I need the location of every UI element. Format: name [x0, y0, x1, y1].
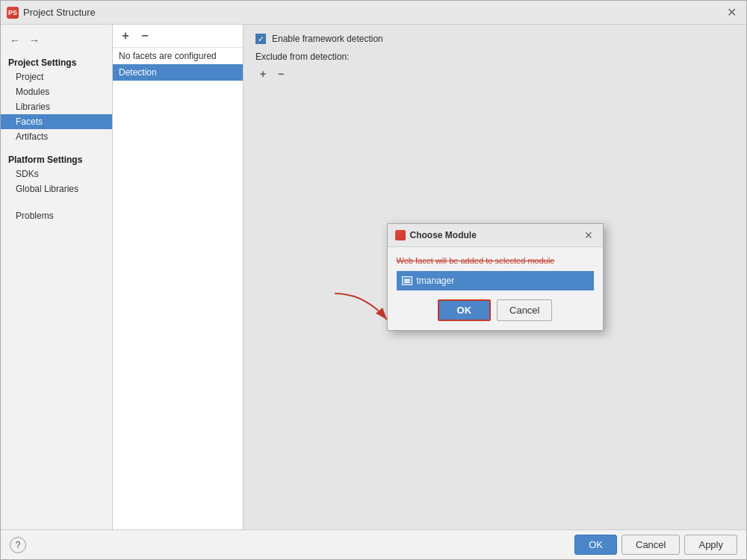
modal-container: Choose Module ✕ Web facet will be added …: [387, 223, 604, 331]
list-toolbar: + −: [113, 25, 243, 48]
title-bar-left: PS Project Structure: [7, 7, 96, 19]
list-panel: + − No facets are configured Detection: [113, 25, 244, 529]
platform-settings-header: Platform Settings: [1, 150, 112, 167]
sidebar-item-global-libraries[interactable]: Global Libraries: [1, 181, 112, 196]
modal-title-left: Choose Module: [395, 230, 477, 240]
apply-button[interactable]: Apply: [684, 535, 737, 555]
content-area: ← → Project Settings Project Modules Lib…: [1, 25, 746, 529]
window-title: Project Structure: [23, 7, 96, 18]
close-button[interactable]: ✕: [722, 4, 740, 22]
module-name-text: tmanager: [417, 276, 455, 286]
bottom-right-buttons: OK Cancel Apply: [574, 535, 737, 555]
sidebar-item-libraries[interactable]: Libraries: [1, 99, 112, 114]
modal-subtitle: Web facet will be added to selected modu…: [397, 256, 594, 265]
sidebar-item-project[interactable]: Project: [1, 69, 112, 84]
module-input-field[interactable]: tmanager: [397, 271, 594, 290]
main-panel: + − No facets are configured Detection ✓…: [113, 25, 746, 529]
sidebar-nav: ← →: [1, 31, 112, 53]
no-facets-item: No facets are configured: [113, 48, 243, 64]
modal-ok-button[interactable]: OK: [438, 299, 492, 321]
module-icon: [402, 276, 412, 285]
modal-title-bar: Choose Module ✕: [388, 224, 603, 247]
modal-cancel-button[interactable]: Cancel: [497, 299, 552, 321]
modal-app-icon: [395, 230, 406, 240]
bottom-bar: ? OK Cancel Apply: [1, 529, 746, 559]
sidebar-item-sdks[interactable]: SDKs: [1, 167, 112, 181]
choose-module-dialog: Choose Module ✕ Web facet will be added …: [387, 223, 604, 331]
sidebar: ← → Project Settings Project Modules Lib…: [1, 25, 113, 529]
back-button[interactable]: ←: [7, 32, 23, 49]
app-icon: PS: [7, 7, 19, 19]
module-icon-line1: [404, 279, 410, 281]
remove-facet-button[interactable]: −: [137, 28, 153, 44]
sidebar-item-modules[interactable]: Modules: [1, 84, 112, 99]
sidebar-item-facets[interactable]: Facets: [1, 114, 112, 129]
modal-close-button[interactable]: ✕: [582, 228, 595, 242]
add-facet-button[interactable]: +: [117, 28, 134, 44]
right-panel: ✓ Enable framework detection Exclude fro…: [244, 25, 746, 529]
detection-item[interactable]: Detection: [113, 64, 243, 81]
ok-button[interactable]: OK: [574, 535, 617, 555]
module-icon-line2: [404, 281, 410, 283]
modal-body: Web facet will be added to selected modu…: [388, 247, 603, 330]
project-settings-header: Project Settings: [1, 53, 112, 69]
main-window: PS Project Structure ✕ ← → Project Setti…: [0, 0, 747, 560]
modal-title: Choose Module: [410, 230, 477, 240]
modal-overlay: Choose Module ✕ Web facet will be added …: [244, 25, 746, 529]
forward-button[interactable]: →: [26, 32, 43, 49]
help-button[interactable]: ?: [10, 537, 26, 553]
sidebar-item-artifacts[interactable]: Artifacts: [1, 129, 112, 144]
title-bar: PS Project Structure ✕: [1, 1, 746, 25]
sidebar-item-problems[interactable]: Problems: [1, 208, 112, 223]
modal-buttons: OK Cancel: [397, 299, 594, 321]
cancel-button[interactable]: Cancel: [622, 535, 680, 555]
